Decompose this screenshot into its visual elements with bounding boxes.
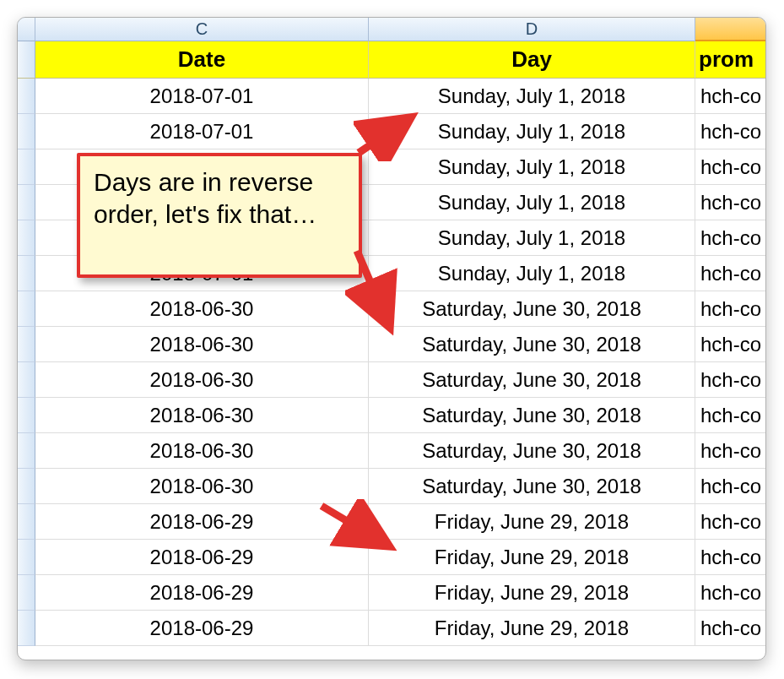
table-row: 2018-06-29Friday, June 29, 2018hch-co [18,611,765,646]
row-header[interactable] [18,220,35,256]
table-row: 2018-06-30Saturday, June 30, 2018hch-co [18,327,765,362]
row-header[interactable] [18,185,35,220]
table-row: 2018-06-30Saturday, June 30, 2018hch-co [18,291,765,327]
cell-date[interactable]: 2018-06-30 [35,398,369,433]
table-row: 2018-06-29Friday, June 29, 2018hch-co [18,540,765,575]
cell-prom[interactable]: hch-co [695,469,766,504]
corner-cell[interactable] [18,18,35,41]
cell-prom[interactable]: hch-co [695,575,766,611]
cell-prom[interactable]: hch-co [695,362,766,398]
cell-day[interactable]: Saturday, June 30, 2018 [369,327,695,362]
cell-date[interactable]: 2018-07-01 [35,114,369,149]
row-header[interactable] [18,575,35,611]
column-header-e[interactable] [695,18,766,41]
row-header[interactable] [18,256,35,291]
table-row: 2018-06-30Saturday, June 30, 2018hch-co [18,469,765,504]
row-header[interactable] [18,79,35,114]
cell-prom[interactable]: hch-co [695,327,766,362]
cell-prom[interactable]: hch-co [695,185,766,220]
cell-day[interactable]: Friday, June 29, 2018 [369,540,695,575]
cell-day[interactable]: Friday, June 29, 2018 [369,504,695,540]
cell-day[interactable]: Saturday, June 30, 2018 [369,469,695,504]
cell-day[interactable]: Sunday, July 1, 2018 [369,220,695,256]
annotation-callout: Days are in reverse order, let's fix tha… [77,153,362,278]
row-header[interactable] [18,433,35,469]
row-header[interactable] [18,611,35,646]
row-header[interactable] [18,362,35,398]
cell-date[interactable]: 2018-06-30 [35,433,369,469]
header-row: Date Day prom [18,41,765,79]
cell-prom[interactable]: hch-co [695,79,766,114]
table-row: 2018-06-30Saturday, June 30, 2018hch-co [18,433,765,469]
cell-date[interactable]: 2018-06-29 [35,504,369,540]
row-header[interactable] [18,469,35,504]
column-header-d[interactable]: D [369,18,695,41]
cell-date[interactable]: 2018-06-30 [35,469,369,504]
cell-prom[interactable]: hch-co [695,504,766,540]
row-header[interactable] [18,540,35,575]
row-header[interactable] [18,327,35,362]
row-header[interactable] [18,291,35,327]
cell-day[interactable]: Saturday, June 30, 2018 [369,362,695,398]
table-row: 2018-06-29Friday, June 29, 2018hch-co [18,504,765,540]
cell-date[interactable]: 2018-06-30 [35,327,369,362]
cell-date[interactable]: 2018-06-30 [35,362,369,398]
cell-prom[interactable]: hch-co [695,149,766,185]
header-day[interactable]: Day [369,41,695,79]
cell-date[interactable]: 2018-06-29 [35,540,369,575]
cell-day[interactable]: Sunday, July 1, 2018 [369,185,695,220]
cell-date[interactable]: 2018-06-29 [35,611,369,646]
table-row: 2018-07-01Sunday, July 1, 2018hch-co [18,114,765,149]
spreadsheet-window: C D Date Day prom 2018-07-01Sunday, July… [17,17,766,660]
table-row: 2018-06-30Saturday, June 30, 2018hch-co [18,398,765,433]
row-header[interactable] [18,504,35,540]
cell-day[interactable]: Sunday, July 1, 2018 [369,79,695,114]
cell-day[interactable]: Sunday, July 1, 2018 [369,256,695,291]
cell-day[interactable]: Saturday, June 30, 2018 [369,291,695,327]
table-row: 2018-06-29Friday, June 29, 2018hch-co [18,575,765,611]
cell-day[interactable]: Friday, June 29, 2018 [369,575,695,611]
row-header[interactable] [18,114,35,149]
column-header-c[interactable]: C [35,18,369,41]
cell-prom[interactable]: hch-co [695,291,766,327]
row-header[interactable] [18,398,35,433]
cell-date[interactable]: 2018-06-29 [35,575,369,611]
cell-day[interactable]: Sunday, July 1, 2018 [369,114,695,149]
cell-day[interactable]: Sunday, July 1, 2018 [369,149,695,185]
cell-prom[interactable]: hch-co [695,398,766,433]
row-header[interactable] [18,41,35,79]
cell-prom[interactable]: hch-co [695,220,766,256]
cell-date[interactable]: 2018-06-30 [35,291,369,327]
header-date[interactable]: Date [35,41,369,79]
cell-prom[interactable]: hch-co [695,611,766,646]
cell-day[interactable]: Saturday, June 30, 2018 [369,398,695,433]
cell-date[interactable]: 2018-07-01 [35,79,369,114]
cell-prom[interactable]: hch-co [695,114,766,149]
column-letter-bar: C D [18,18,765,41]
cell-prom[interactable]: hch-co [695,256,766,291]
cell-prom[interactable]: hch-co [695,433,766,469]
table-row: 2018-07-01Sunday, July 1, 2018hch-co [18,79,765,114]
cell-prom[interactable]: hch-co [695,540,766,575]
cell-day[interactable]: Saturday, June 30, 2018 [369,433,695,469]
header-prom[interactable]: prom [695,41,766,79]
cell-day[interactable]: Friday, June 29, 2018 [369,611,695,646]
row-header[interactable] [18,149,35,185]
table-row: 2018-06-30Saturday, June 30, 2018hch-co [18,362,765,398]
